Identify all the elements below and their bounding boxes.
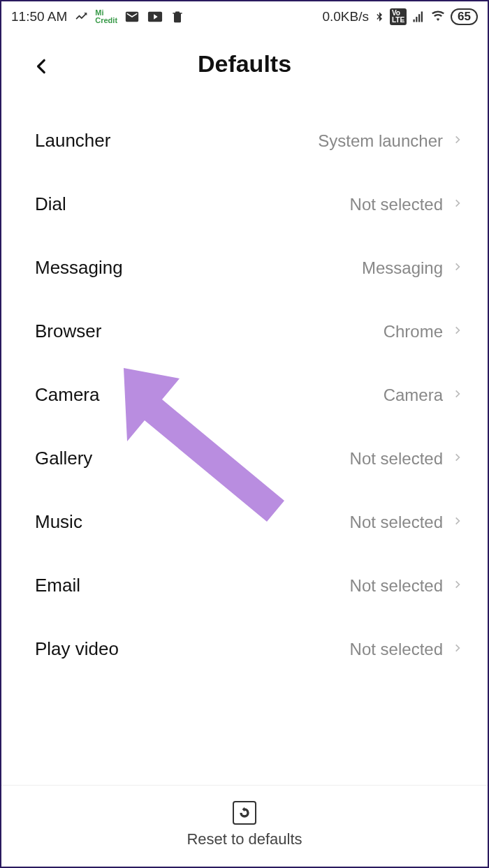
row-label: Dial xyxy=(35,193,66,215)
trash-icon xyxy=(170,9,184,24)
row-value: Not selected xyxy=(350,513,443,532)
row-value: Not selected xyxy=(350,195,443,214)
row-right: Not selected xyxy=(350,513,462,532)
row-right: Camera xyxy=(384,385,462,405)
row-label: Gallery xyxy=(35,448,92,469)
row-right: Chrome xyxy=(384,322,462,341)
row-value: Chrome xyxy=(384,322,443,341)
youtube-icon xyxy=(147,9,163,24)
row-messaging[interactable]: Messaging Messaging xyxy=(1,236,488,300)
row-right: Messaging xyxy=(362,258,462,278)
row-camera[interactable]: Camera Camera xyxy=(1,363,488,427)
chevron-right-icon xyxy=(453,577,462,595)
row-music[interactable]: Music Not selected xyxy=(1,490,488,554)
row-value: Messaging xyxy=(362,258,443,278)
row-right: Not selected xyxy=(350,449,462,469)
page-title: Defaults xyxy=(29,50,460,78)
chevron-right-icon xyxy=(453,513,462,531)
row-value: Not selected xyxy=(350,640,443,659)
back-button[interactable] xyxy=(33,54,51,82)
gmail-icon xyxy=(124,9,140,24)
status-time: 11:50 AM xyxy=(11,9,67,24)
chevron-right-icon xyxy=(453,259,462,277)
missed-call-icon xyxy=(74,10,88,24)
row-right: Not selected xyxy=(350,576,462,596)
row-right: Not selected xyxy=(350,195,462,214)
reset-label: Reset to defaults xyxy=(187,830,302,848)
row-gallery[interactable]: Gallery Not selected xyxy=(1,427,488,490)
status-bar: 11:50 AM MiCredit 0.0KB/s VoLTE 65 xyxy=(1,1,488,29)
header: Defaults xyxy=(1,29,488,91)
row-value: Not selected xyxy=(350,449,443,469)
row-label: Messaging xyxy=(35,257,123,279)
row-value: Not selected xyxy=(350,576,443,596)
signal-icon xyxy=(411,10,425,23)
row-label: Play video xyxy=(35,638,119,660)
chevron-right-icon xyxy=(453,132,462,150)
row-value: Camera xyxy=(384,385,443,405)
bluetooth-icon xyxy=(374,10,385,24)
row-dial[interactable]: Dial Not selected xyxy=(1,172,488,236)
row-play-video[interactable]: Play video Not selected xyxy=(1,617,488,681)
reset-to-defaults-button[interactable]: Reset to defaults xyxy=(1,785,488,867)
settings-list: Launcher System launcher Dial Not select… xyxy=(1,91,488,681)
row-label: Browser xyxy=(35,321,101,342)
chevron-right-icon xyxy=(453,323,462,341)
reset-icon xyxy=(233,801,256,825)
row-launcher[interactable]: Launcher System launcher xyxy=(1,109,488,172)
row-email[interactable]: Email Not selected xyxy=(1,554,488,617)
wifi-icon xyxy=(430,10,446,23)
row-right: System launcher xyxy=(318,131,462,151)
chevron-right-icon xyxy=(453,386,462,404)
row-value: System launcher xyxy=(318,131,443,151)
row-label: Email xyxy=(35,575,80,596)
chevron-right-icon xyxy=(453,450,462,468)
row-right: Not selected xyxy=(350,640,462,659)
chevron-right-icon xyxy=(453,640,462,659)
volte-icon: VoLTE xyxy=(390,8,407,25)
row-browser[interactable]: Browser Chrome xyxy=(1,300,488,363)
row-label: Launcher xyxy=(35,130,110,152)
row-label: Camera xyxy=(35,384,99,406)
data-rate: 0.0KB/s xyxy=(322,9,369,24)
mi-credit-icon: MiCredit xyxy=(95,9,117,24)
chevron-right-icon xyxy=(453,196,462,214)
row-label: Music xyxy=(35,511,82,533)
status-left: 11:50 AM MiCredit xyxy=(11,9,184,24)
battery-indicator: 65 xyxy=(451,8,478,25)
status-right: 0.0KB/s VoLTE 65 xyxy=(322,8,478,25)
